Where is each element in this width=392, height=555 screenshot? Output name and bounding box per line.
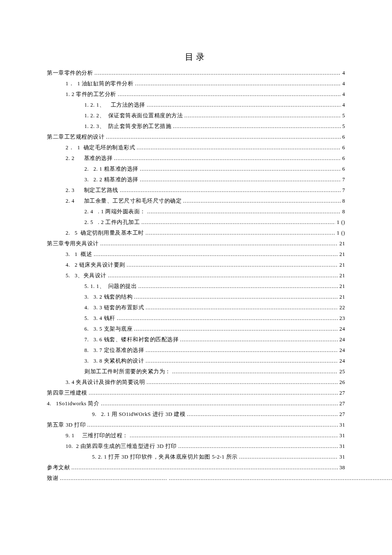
toc-entry-page: 6 xyxy=(341,132,345,142)
toc-entry-label: 3. 4 夹具设计及操作的简要说明 xyxy=(66,377,147,388)
toc-entry: 10. 2 由第四章生成的三维造型进行 3D 打印 31 xyxy=(47,441,345,452)
toc-dots xyxy=(147,100,340,110)
toc-entry-page: 7 xyxy=(341,174,345,185)
toc-dots xyxy=(141,217,335,228)
toc-entry-label: 2. 5 确定切削用量及基本工时 xyxy=(66,228,145,238)
toc-dots xyxy=(178,441,337,452)
toc-entry-page: 21 xyxy=(338,281,345,292)
toc-entry-label: 2. 5 . 2 工件内孔加工 xyxy=(84,217,141,228)
toc-dots xyxy=(108,270,338,281)
toc-dots xyxy=(114,153,341,164)
toc-dots xyxy=(118,89,341,100)
toc-dots xyxy=(72,462,338,473)
toc-entry: 5. 1. 1、 问题的提出 21 xyxy=(47,281,345,292)
toc-dots: ........................................… xyxy=(60,473,392,484)
toc-entry-label: 则加工工件时所需要的夹紧力为： xyxy=(84,366,172,377)
toc-entry: 1. 2. 1、 工方法的选择 4 xyxy=(47,100,345,110)
toc-dots xyxy=(146,302,338,313)
toc-entry: 4. 3. 3 链套的布置影式 22 xyxy=(47,302,345,313)
toc-dots xyxy=(239,452,338,462)
toc-entry-page: 25 xyxy=(338,366,345,377)
toc-entry-page: 6 xyxy=(341,142,345,153)
toc-dots xyxy=(101,398,338,409)
toc-dots xyxy=(145,228,335,238)
toc-entry: 2. 5 . 2 工件内孔加工 1 () xyxy=(47,217,345,228)
toc-entry: 第四章三维建模 27 xyxy=(47,388,345,398)
toc-entry-label: 参考文献 xyxy=(47,462,72,473)
toc-entry: 2. 2. 1 粗基准的选择 6 xyxy=(47,164,345,174)
toc-entry-label: 8. 3. 7 定位基准的选择 xyxy=(84,345,146,356)
toc-entry-page: 21 xyxy=(338,260,345,270)
toc-dots xyxy=(138,281,338,292)
toc-entry: 2. 3 制定工艺路线 7 xyxy=(47,185,345,196)
toc-entry: 第五章 3D 打印 31 xyxy=(47,420,345,430)
toc-entry: 3. 2. 2 精基准的选择 7 xyxy=(47,174,345,185)
toc-entry: 2. 4 . 1 两端外圆表面： 8 xyxy=(47,206,345,217)
toc-entry: 3. 3. 2 钱套的结构 21 xyxy=(47,292,345,302)
toc-entry-page: 8 xyxy=(341,206,345,217)
toc-entry: 致谢 .....................................… xyxy=(47,473,345,484)
toc-dots xyxy=(187,409,338,420)
toc-dots xyxy=(106,132,341,142)
toc-entry: 5. 2. 1 打开 3D 打印软件，夹具体底座切片如图 5-2-1 所示 31 xyxy=(47,452,345,462)
toc-entry-page: 21 xyxy=(338,292,345,302)
toc-entry-label: 9. 1 三维打印的过程： xyxy=(66,430,130,441)
toc-dots xyxy=(117,313,338,324)
toc-entry-page: 24 xyxy=(338,334,345,345)
toc-entry-label: 第二章工艺规程的设计 xyxy=(47,132,106,142)
toc-entry: 1. 2. 3、 防止套筒变形的工艺措施 5 xyxy=(47,121,345,132)
toc-entry-label: 2. 4 加工余量、工艺尺寸和毛坯尺寸的确定 xyxy=(66,196,183,206)
toc-entry: 4. 2 链床夹具设计要则 21 xyxy=(47,260,345,270)
toc-entry-page: 7 xyxy=(341,185,345,196)
toc-dots xyxy=(147,377,338,388)
toc-entry-page: 1 () xyxy=(335,217,345,228)
toc-entry-label: 5. 2. 1 打开 3D 打印软件，夹具体底座切片如图 5-2-1 所示 xyxy=(92,452,239,462)
toc-entry-page: 4 xyxy=(341,68,345,78)
toc-entry: 6. 3. 5 支架与底座 24 xyxy=(47,324,345,334)
toc-entry: 1. 2. 2、 保证套筒表面位置精度的方法 5 xyxy=(47,110,345,121)
toc-entry-label: 致谢 xyxy=(47,473,60,484)
toc-entry-page: 27 xyxy=(338,388,345,398)
toc-dots xyxy=(180,334,338,345)
toc-entry-page: 4 xyxy=(341,100,345,110)
toc-entry-page: 21 xyxy=(338,270,345,281)
toc-dots xyxy=(173,121,341,132)
toc-dots xyxy=(135,78,341,89)
toc-entry-page: 5 xyxy=(341,110,345,121)
toc-title: 目录 xyxy=(47,51,345,63)
toc-entry-page: 21 xyxy=(338,249,345,260)
toc-entry-label: 2. 4 . 1 两端外圆表面： xyxy=(84,206,147,217)
toc-entry-page: 24 xyxy=(338,356,345,366)
toc-entry-label: 第四章三维建模 xyxy=(47,388,89,398)
toc-entry-label: 4. 2 链床夹具设计要则 xyxy=(66,260,127,270)
toc-entry-label: 1． 1 油缸缸筒的零件分析 xyxy=(66,78,135,89)
toc-entry-label: 3. 2. 2 精基准的选择 xyxy=(84,174,140,185)
toc-entry-label: 5. 1. 1、 问题的提出 xyxy=(84,281,138,292)
toc-entry-page: 26 xyxy=(338,377,345,388)
toc-entry-page: 1 () xyxy=(335,228,345,238)
toc-entry: 第一章零件的分析 4 xyxy=(47,68,345,78)
toc-entry-label: 第五章 3D 打印 xyxy=(47,420,87,430)
toc-dots xyxy=(146,356,338,366)
toc-entry-page: 21 xyxy=(338,238,345,249)
toc-entry-page: 5 xyxy=(341,121,345,132)
toc-entry: 参考文献 38 xyxy=(47,462,345,473)
toc-dots xyxy=(94,249,338,260)
toc-entry-label: 1. 2. 1、 工方法的选择 xyxy=(84,100,147,110)
toc-entry-page: 27 xyxy=(338,398,345,409)
toc-dots xyxy=(87,420,338,430)
toc-entry-label: 4. 3. 3 链套的布置影式 xyxy=(84,302,146,313)
toc-entry: 3. 3. 8 夹紧机构的设计 24 xyxy=(47,356,345,366)
toc-entry-label: 2. 2. 1 粗基准的选择 xyxy=(84,164,140,174)
toc-entry-label: 5. 3、夹具设计 xyxy=(66,270,108,281)
toc-entry: 7. 3. 6 钱套、镂杆和衬套的匹配选择 24 xyxy=(47,334,345,345)
toc-entry-label: 6. 3. 5 支架与底座 xyxy=(84,324,134,334)
toc-entry: 8. 3. 7 定位基准的选择 24 xyxy=(47,345,345,356)
toc-list: 第一章零件的分析 41． 1 油缸缸筒的零件分析 41. 2 零件的工艺分析 4… xyxy=(47,68,345,484)
toc-dots xyxy=(140,164,340,174)
toc-dots xyxy=(134,292,338,302)
toc-entry-page: 27 xyxy=(338,409,345,420)
toc-entry-page: 6 xyxy=(341,153,345,164)
toc-dots xyxy=(184,110,341,121)
toc-dots xyxy=(146,345,338,356)
